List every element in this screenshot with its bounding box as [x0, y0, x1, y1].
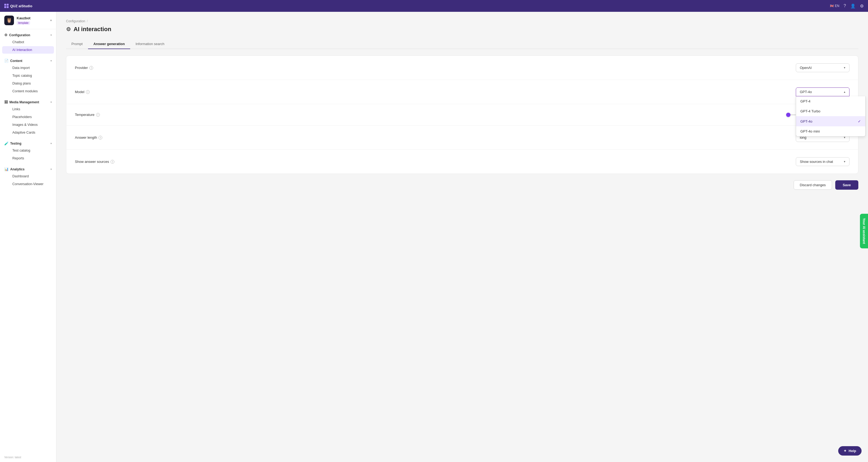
show-sources-value: Show sources in chat — [800, 160, 833, 164]
logo-text: QUZ aiStudio — [10, 4, 32, 8]
sidebar-item-adaptive-cards[interactable]: Adaptive Cards — [2, 129, 54, 136]
media-chevron-icon: ▾ — [51, 101, 52, 104]
user-icon[interactable]: 👤 — [850, 3, 856, 8]
show-answer-sources-label: Show answer sources i — [75, 160, 796, 164]
model-info-icon[interactable]: i — [86, 90, 90, 94]
sidebar-item-content-modules[interactable]: Content modules — [2, 88, 54, 95]
sidebar-item-images-videos[interactable]: Images & Videos — [2, 121, 54, 129]
brand-avatar: 🦉 — [4, 15, 14, 25]
app-logo[interactable]: QUZ aiStudio — [4, 4, 32, 8]
show-sources-dropdown[interactable]: Show sources in chat ▾ — [796, 157, 849, 166]
brand-switcher[interactable]: 🦉 Kauzbot template ▾ — [0, 12, 56, 29]
configuration-icon: ⚙ — [4, 33, 7, 37]
sidebar-section-configuration: ⚙ Configuration ▾ Chatbot AI Interaction — [0, 29, 56, 55]
sidebar-item-test-catalog[interactable]: Test catalog — [2, 147, 54, 154]
provider-control: OpenAI ▾ — [796, 63, 849, 72]
model-row: Model i GPT-4o ▴ GPT-4 GPT-4 Turbo GPT-4… — [66, 80, 858, 104]
media-icon: 🖼 — [4, 100, 8, 104]
discard-changes-button[interactable]: Discard changes — [794, 180, 832, 190]
sidebar-item-ai-interaction[interactable]: AI Interaction — [2, 46, 54, 54]
model-label: Model i — [75, 90, 796, 94]
help-icon: ✦ — [844, 449, 846, 453]
sidebar-section-media: 🖼 Media Management ▾ Links Placeholders … — [0, 96, 56, 138]
sidebar-item-data-import[interactable]: Data import — [2, 64, 54, 72]
show-sources-control: Show sources in chat ▾ — [796, 157, 849, 166]
sidebar-item-conversation-viewer[interactable]: Conversation-Viewer — [2, 180, 54, 188]
breadcrumb-separator: / — [87, 19, 88, 23]
model-option-gpt4o-mini[interactable]: GPT-4o mini — [796, 126, 865, 136]
configuration-chevron-icon: ▾ — [51, 34, 52, 36]
tabs-bar: Prompt Answer generation Information sea… — [66, 39, 858, 49]
help-circle-icon[interactable]: ? — [844, 3, 846, 8]
tab-prompt[interactable]: Prompt — [66, 39, 88, 49]
analytics-chevron-icon: ▾ — [51, 168, 52, 171]
main-content: Configuration / ⚙ AI interaction Prompt … — [56, 12, 868, 462]
media-section-title: 🖼 Media Management — [4, 100, 39, 104]
content-chevron-icon: ▾ — [51, 59, 52, 62]
show-sources-info-icon[interactable]: i — [111, 160, 114, 164]
sidebar-item-reports[interactable]: Reports — [2, 155, 54, 162]
model-dropdown[interactable]: GPT-4o ▴ — [796, 88, 849, 96]
check-icon: ✓ — [858, 119, 861, 124]
provider-value: OpenAI — [800, 66, 812, 70]
save-button[interactable]: Save — [835, 180, 858, 190]
topbar-left: QUZ aiStudio — [4, 4, 32, 8]
testing-icon: 🧪 — [4, 141, 8, 145]
temperature-control: 0 — [462, 113, 849, 117]
logo-grid-icon — [4, 4, 8, 8]
provider-info-icon[interactable]: i — [89, 66, 93, 70]
answer-length-info-icon[interactable]: i — [98, 136, 102, 139]
provider-row: Provider i OpenAI ▾ — [66, 56, 858, 80]
breadcrumb-parent[interactable]: Configuration — [66, 19, 85, 23]
model-value: GPT-4o — [800, 90, 812, 94]
model-option-gpt4[interactable]: GPT-4 — [796, 96, 865, 106]
temperature-slider-thumb[interactable] — [786, 113, 790, 117]
tab-answer-generation[interactable]: Answer generation — [88, 39, 130, 49]
sidebar-item-topic-catalog[interactable]: Topic catalog — [2, 72, 54, 79]
chevron-down-icon: ▾ — [50, 19, 52, 22]
chevron-down-icon: ▾ — [844, 160, 845, 163]
testing-section-title: 🧪 Testing — [4, 141, 22, 145]
page-title-icon: ⚙ — [66, 26, 71, 32]
topbar-right: 🇬🇧 EN ? 👤 ⚙ — [830, 3, 864, 8]
sidebar-version: Version: latest — [0, 453, 56, 462]
language-selector[interactable]: 🇬🇧 EN — [830, 4, 839, 8]
help-button[interactable]: ✦ Help — [838, 446, 862, 456]
topbar: QUZ aiStudio 🇬🇧 EN ? 👤 ⚙ — [0, 0, 868, 12]
ai-assistant-tab[interactable]: Your AI assistant — [860, 214, 868, 249]
sidebar-item-chatbot[interactable]: Chatbot — [2, 38, 54, 46]
provider-label: Provider i — [75, 66, 796, 70]
sidebar-item-links[interactable]: Links — [2, 105, 54, 113]
temperature-info-icon[interactable]: i — [96, 113, 100, 117]
model-option-gpt4-turbo[interactable]: GPT-4 Turbo — [796, 106, 865, 116]
content-icon: 📄 — [4, 59, 8, 63]
sidebar: 🦉 Kauzbot template ▾ ⚙ Configuration ▾ C… — [0, 12, 56, 462]
configuration-section-title: ⚙ Configuration — [4, 33, 30, 37]
sidebar-section-configuration-header[interactable]: ⚙ Configuration ▾ — [0, 32, 56, 38]
chevron-down-icon: ▾ — [844, 66, 845, 69]
sidebar-item-placeholders[interactable]: Placeholders — [2, 113, 54, 121]
help-label: Help — [849, 449, 856, 453]
sidebar-section-testing-header[interactable]: 🧪 Testing ▾ — [0, 140, 56, 146]
sidebar-section-media-header[interactable]: 🖼 Media Management ▾ — [0, 99, 56, 105]
tab-information-search[interactable]: Information search — [130, 39, 170, 49]
settings-card: Provider i OpenAI ▾ Model i — [66, 56, 858, 174]
chevron-up-icon: ▴ — [844, 90, 845, 94]
temperature-label: Temperature i — [75, 113, 462, 117]
analytics-section-title: 📊 Analytics — [4, 167, 24, 171]
sidebar-section-analytics-header[interactable]: 📊 Analytics ▾ — [0, 166, 56, 172]
temperature-row: Temperature i 0 — [66, 104, 858, 126]
brand-name: Kauzbot — [17, 16, 48, 20]
sidebar-section-content-header[interactable]: 📄 Content ▾ — [0, 58, 56, 64]
provider-dropdown[interactable]: OpenAI ▾ — [796, 63, 849, 72]
answer-length-row: Answer length i long ▾ — [66, 126, 858, 150]
sidebar-item-dialog-plans[interactable]: Dialog plans — [2, 80, 54, 87]
show-answer-sources-row: Show answer sources i Show sources in ch… — [66, 150, 858, 173]
breadcrumb: Configuration / — [66, 19, 858, 23]
model-option-gpt4o[interactable]: GPT-4o ✓ — [796, 116, 865, 126]
settings-icon[interactable]: ⚙ — [860, 3, 864, 8]
actions-row: Discard changes Save — [66, 174, 858, 190]
page-title: ⚙ AI interaction — [66, 26, 858, 33]
page-title-text: AI interaction — [73, 26, 112, 33]
sidebar-item-dashboard[interactable]: Dashboard — [2, 172, 54, 180]
